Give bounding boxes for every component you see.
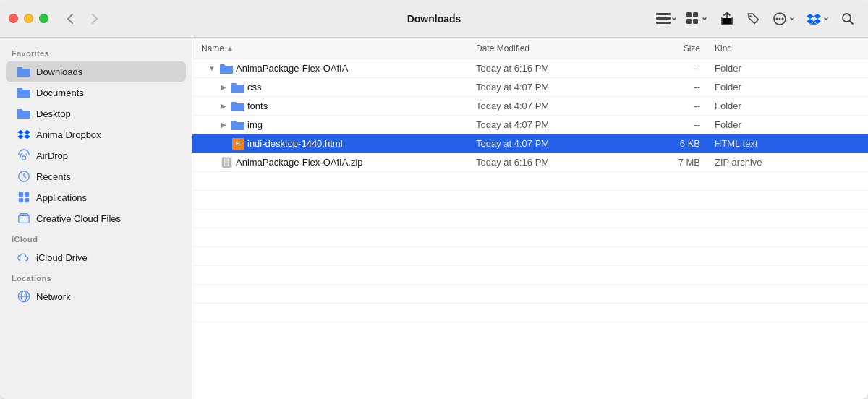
action-button[interactable] (767, 9, 799, 29)
file-row[interactable]: ▶ fonts Today at 4:07 PM -- Folder (192, 97, 868, 116)
expand-chevron[interactable]: ▶ (218, 83, 229, 91)
documents-label: Documents (36, 87, 84, 98)
file-name: AnimaPackage-Flex-OAfIA.zip (236, 157, 363, 168)
network-label: Network (36, 291, 71, 302)
empty-row (192, 172, 868, 191)
expand-chevron[interactable]: ▼ (207, 64, 217, 72)
list-view-button[interactable] (655, 9, 678, 29)
svg-rect-15 (19, 192, 23, 197)
file-size: 7 MB (642, 157, 700, 168)
search-button[interactable] (836, 9, 859, 29)
date-column-header[interactable]: Date Modified (476, 43, 642, 53)
sidebar-item-applications[interactable]: Applications (6, 187, 186, 207)
downloads-label: Downloads (36, 66, 82, 77)
icloud-icon (17, 251, 30, 264)
title-bar: Downloads (0, 0, 868, 38)
sidebar-item-creative-cloud[interactable]: Creative Cloud Files (6, 208, 186, 228)
applications-label: Applications (36, 192, 87, 203)
nav-buttons (60, 11, 105, 27)
file-row[interactable]: ▶ img Today at 4:07 PM -- Folder (192, 116, 868, 134)
back-button[interactable] (60, 11, 80, 27)
recents-label: Recents (36, 171, 71, 182)
svg-rect-0 (656, 13, 671, 15)
file-date: Today at 4:07 PM (476, 100, 642, 111)
file-row[interactable]: AnimaPackage-Flex-OAfIA.zip Today at 6:1… (192, 153, 868, 172)
sidebar-item-documents[interactable]: Documents (6, 82, 186, 103)
svg-point-9 (778, 17, 780, 20)
sidebar-item-downloads[interactable]: Downloads (6, 61, 186, 82)
html-file-icon: H (231, 138, 244, 150)
file-kind: HTML text (700, 138, 859, 149)
file-size: -- (642, 82, 700, 93)
folder-icon (17, 65, 30, 78)
svg-point-10 (775, 17, 778, 20)
empty-row (192, 210, 868, 228)
file-name: css (247, 82, 262, 93)
airdrop-icon (17, 149, 30, 162)
sidebar-item-recents[interactable]: Recents (6, 166, 186, 186)
tag-button[interactable] (741, 9, 765, 29)
svg-point-13 (22, 156, 25, 160)
file-row[interactable]: ▶ css Today at 4:07 PM -- Folder (192, 78, 868, 97)
kind-column-header[interactable]: Kind (700, 43, 859, 53)
empty-row (192, 228, 868, 247)
file-name-cell: ▶ css (201, 82, 476, 93)
svg-rect-1 (656, 17, 671, 20)
dropbox-button[interactable] (802, 9, 833, 29)
toolbar-right (655, 9, 859, 29)
file-kind: Folder (700, 82, 859, 93)
main-area: Favorites Downloads Documents (0, 38, 868, 399)
name-column-header[interactable]: Name ▲ (201, 43, 476, 53)
file-kind: Folder (700, 63, 859, 74)
sidebar-item-icloud-drive[interactable]: iCloud Drive (6, 247, 186, 267)
file-size: -- (642, 63, 700, 74)
file-date: Today at 4:07 PM (476, 138, 642, 149)
window-title: Downloads (407, 13, 461, 25)
file-content: Name ▲ Date Modified Size Kind ▼ (192, 38, 868, 399)
svg-rect-22 (223, 158, 230, 167)
icloud-drive-label: iCloud Drive (36, 252, 88, 263)
expand-chevron[interactable]: ▶ (218, 102, 229, 110)
desktop-label: Desktop (36, 108, 71, 119)
empty-row (192, 266, 868, 285)
creative-cloud-label: Creative Cloud Files (36, 213, 121, 224)
file-name: indi-desktop-1440.html (247, 138, 343, 149)
svg-point-7 (749, 15, 751, 17)
sidebar-item-network[interactable]: Network (6, 286, 186, 306)
file-date: Today at 4:07 PM (476, 119, 642, 130)
close-button[interactable] (9, 14, 18, 23)
file-name: AnimaPackage-Flex-OAfIA (236, 63, 348, 74)
sidebar: Favorites Downloads Documents (0, 38, 192, 399)
sidebar-item-desktop[interactable]: Desktop (6, 103, 186, 124)
expand-chevron[interactable]: ▶ (218, 121, 229, 129)
svg-rect-4 (693, 12, 698, 17)
file-row[interactable]: ▼ AnimaPackage-Flex-OAfIA Today at 6:16 … (192, 59, 868, 78)
file-name: img (247, 119, 263, 130)
folder-icon (17, 107, 30, 120)
anima-dropbox-label: Anima Dropbox (36, 129, 101, 140)
size-column-header[interactable]: Size (642, 43, 700, 53)
recents-icon (17, 170, 30, 183)
svg-rect-19 (19, 215, 29, 223)
grid-view-button[interactable] (681, 9, 712, 29)
sidebar-item-airdrop[interactable]: AirDrop (6, 145, 186, 166)
svg-rect-5 (686, 19, 692, 24)
file-name-cell: H indi-desktop-1440.html (201, 138, 476, 150)
column-headers: Name ▲ Date Modified Size Kind (192, 38, 868, 59)
file-name-cell: ▶ img (201, 119, 476, 131)
svg-rect-18 (25, 198, 29, 202)
sort-arrow: ▲ (226, 44, 234, 52)
sidebar-item-anima-dropbox[interactable]: Anima Dropbox (6, 124, 186, 145)
file-list[interactable]: ▼ AnimaPackage-Flex-OAfIA Today at 6:16 … (192, 59, 868, 399)
svg-rect-3 (686, 12, 692, 17)
minimize-button[interactable] (24, 14, 33, 23)
file-row[interactable]: H indi-desktop-1440.html Today at 4:07 P… (192, 134, 868, 153)
file-kind: Folder (700, 119, 859, 130)
share-button[interactable] (715, 9, 739, 29)
forward-button[interactable] (85, 11, 105, 27)
airdrop-label: AirDrop (36, 150, 68, 161)
fullscreen-button[interactable] (39, 14, 48, 23)
favorites-label: Favorites (0, 43, 192, 61)
file-kind: Folder (700, 100, 859, 111)
file-size: -- (642, 119, 700, 130)
